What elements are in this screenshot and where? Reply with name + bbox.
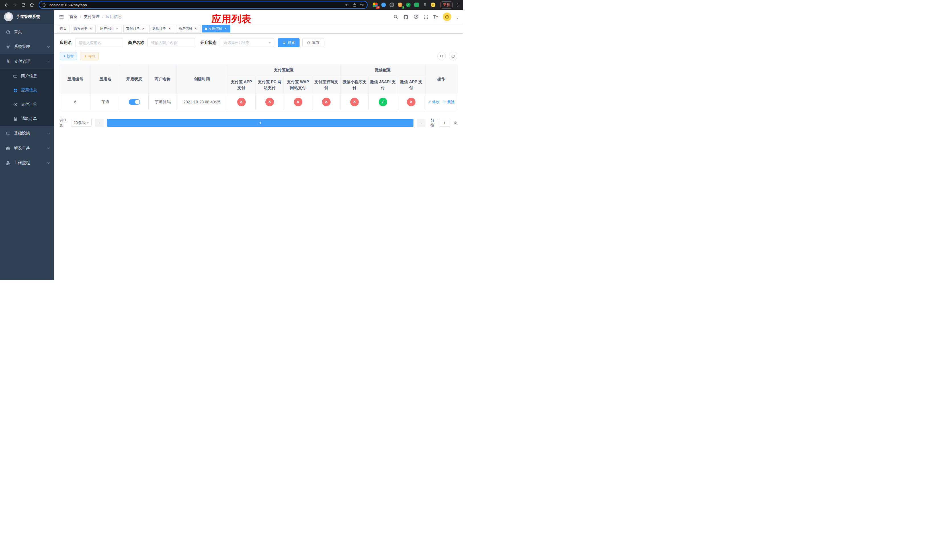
export-button[interactable]: 导出 [80, 52, 99, 60]
password-key-icon[interactable] [345, 3, 350, 7]
sidebar-item-system[interactable]: 系统管理 [0, 39, 54, 54]
bookmark-star-icon[interactable] [360, 3, 364, 7]
group-alipay-config: 支付宝配置 [227, 64, 340, 76]
browser-menu-icon[interactable]: ⋮ [455, 2, 461, 8]
sidebar-item-workflow[interactable]: 工作流程 [0, 156, 54, 170]
sidebar-item-home[interactable]: 首页 [0, 24, 54, 39]
browser-update-button[interactable]: 更新 [440, 2, 453, 9]
extension-icon[interactable] [389, 2, 394, 8]
top-navbar: 首页 / 支付管理 / 应用信息 [54, 10, 463, 24]
reset-button[interactable]: 重置 [303, 38, 324, 47]
pin-icon[interactable] [422, 2, 427, 8]
add-button[interactable]: + 新增 [60, 52, 77, 60]
sidebar-item-refund-order[interactable]: 退款订单 [0, 112, 54, 126]
breadcrumb: 首页 / 支付管理 / 应用信息 [70, 14, 122, 20]
tab-pay-order[interactable]: 支付订单 × [123, 25, 148, 32]
app-name-input[interactable] [75, 38, 123, 47]
enabled-check-icon: ✓ [379, 98, 387, 106]
browser-toolbar: localhost:1024/pay/app 10 [0, 0, 463, 10]
sidebar-item-pay-order[interactable]: 支付订单 [0, 97, 54, 112]
sidebar-item-dev-tools[interactable]: 研发工具 [0, 141, 54, 156]
tab-refund-order[interactable]: 退款订单 × [150, 25, 174, 32]
home-icon[interactable] [28, 1, 36, 9]
extension-icon[interactable] [414, 2, 419, 8]
avatar-caret-icon[interactable] [456, 18, 458, 19]
cell-status [120, 94, 149, 110]
close-icon[interactable]: × [89, 27, 93, 31]
close-icon[interactable]: × [141, 27, 145, 31]
status-label: 开启状态 [200, 40, 216, 45]
address-bar[interactable]: localhost:1024/pay/app [39, 1, 368, 9]
grid-icon [13, 88, 18, 92]
sidebar-logo[interactable]: 芋道管理系统 [0, 10, 54, 24]
cell-actions: 修改 删除 [425, 94, 457, 110]
close-icon[interactable]: × [168, 27, 171, 31]
cell-merchant: 芋道源码 [149, 94, 177, 110]
reload-icon[interactable] [20, 1, 27, 9]
collapse-sidebar-icon[interactable] [59, 14, 64, 20]
extension-icon[interactable]: 10 [373, 2, 378, 8]
search-icon[interactable] [393, 14, 398, 20]
close-icon[interactable]: × [224, 27, 227, 31]
col-merchant: 商户名称 [149, 64, 177, 94]
share-icon[interactable] [352, 3, 357, 7]
refresh-table-button[interactable] [449, 52, 457, 61]
sidebar-item-app-info[interactable]: 应用信息 [0, 83, 54, 97]
cell-app-name: 芋道 [91, 94, 120, 110]
tab-flow-form[interactable]: 流程表单 × [71, 25, 96, 32]
col-status: 开启状态 [120, 64, 149, 94]
merchant-name-input[interactable] [147, 38, 195, 47]
sidebar-item-infrastructure[interactable]: 基础设施 [0, 126, 54, 141]
prev-page-button[interactable]: ‹ [95, 119, 104, 127]
delete-link[interactable]: 删除 [443, 100, 454, 104]
sidebar-item-label: 研发工具 [14, 145, 30, 151]
breadcrumb-item[interactable]: 首页 [70, 14, 77, 20]
back-icon[interactable] [2, 1, 10, 9]
forward-icon[interactable] [11, 1, 19, 9]
extension-check-icon[interactable]: ✓ [406, 2, 411, 8]
group-wechat-config: 微信配置 [340, 64, 425, 76]
dashboard-icon [6, 30, 11, 35]
goto-unit: 页 [454, 120, 457, 125]
chevron-down-icon [86, 122, 89, 124]
tab-user-group[interactable]: 用户分组 × [97, 25, 122, 32]
tab-app-info[interactable]: 应用信息 × [202, 25, 230, 32]
cell-created-at: 2021-10-23 08:49:25 [177, 94, 227, 110]
sidebar: 芋道管理系统 首页 系统管理 ¥ 支付管理 [0, 10, 54, 280]
sidebar-item-merchant-info[interactable]: 商户信息 [0, 69, 54, 83]
edit-link[interactable]: 修改 [428, 100, 440, 104]
tab-merchant-info[interactable]: 商户信息 × [176, 25, 200, 32]
breadcrumb-item[interactable]: 支付管理 [84, 14, 100, 20]
close-icon[interactable]: × [194, 27, 198, 31]
next-page-button[interactable]: › [417, 119, 425, 127]
sidebar-item-label: 支付管理 [14, 59, 30, 64]
close-icon[interactable]: × [115, 27, 119, 31]
pagination: 共 1 条 10条/页 ‹ 1 › 前往 页 [60, 118, 457, 128]
search-button[interactable]: 搜索 [278, 38, 300, 47]
extension-icon[interactable]: 1 [398, 2, 402, 8]
navbar-actions: TT ☺ [393, 12, 459, 21]
site-info-icon[interactable] [42, 3, 47, 7]
status-select[interactable]: 请选择开启状态 [220, 38, 274, 47]
toggle-search-button[interactable] [437, 52, 446, 61]
workflow-icon [6, 160, 11, 165]
chevron-down-icon [47, 161, 50, 164]
page-size-select[interactable]: 10条/页 [71, 119, 92, 127]
font-size-icon[interactable]: TT [433, 15, 438, 20]
chevron-up-icon [47, 61, 50, 64]
help-icon[interactable] [413, 14, 419, 20]
closed-circle-icon: × [237, 98, 246, 106]
profile-avatar[interactable]: ☺ [431, 2, 436, 8]
fullscreen-icon[interactable] [424, 14, 428, 20]
goto-page-input[interactable] [439, 119, 450, 127]
pencil-icon [428, 100, 431, 104]
sidebar-item-payment[interactable]: ¥ 支付管理 [0, 54, 54, 69]
page-number-button[interactable]: 1 [107, 119, 413, 127]
user-avatar[interactable]: ☺ [443, 12, 451, 21]
github-icon[interactable] [403, 14, 409, 20]
extension-icon[interactable] [381, 2, 386, 8]
tab-home[interactable]: 首页 [57, 25, 70, 32]
status-toggle[interactable] [129, 99, 140, 105]
filter-form: 应用名 商户名称 开启状态 请选择开启状态 搜索 重置 [60, 38, 457, 47]
sidebar-item-label: 商户信息 [21, 74, 37, 79]
